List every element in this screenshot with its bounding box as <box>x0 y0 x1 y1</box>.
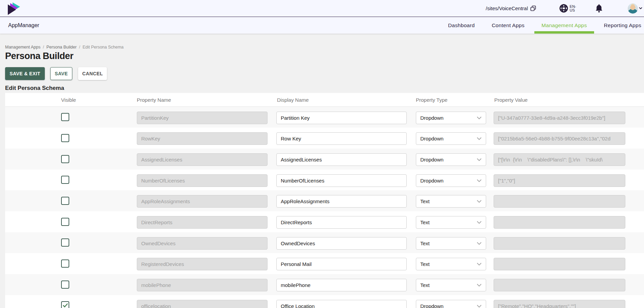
globe-icon <box>559 4 568 13</box>
property-type-value: Text <box>420 240 430 246</box>
user-menu[interactable] <box>628 3 642 14</box>
property-name-input <box>137 174 268 187</box>
property-value-input <box>494 258 625 270</box>
language-selector[interactable]: EN- US <box>559 4 576 13</box>
visible-checkbox[interactable] <box>61 281 69 289</box>
display-name-input[interactable] <box>276 195 407 208</box>
property-type-value: Text <box>420 198 430 204</box>
column-header-visible: Visible <box>61 93 76 107</box>
cancel-button[interactable]: CANCEL <box>78 67 107 80</box>
property-type-select[interactable]: Text <box>416 237 486 250</box>
table-row: Text <box>5 274 644 295</box>
table-row: Dropdown <box>5 128 644 149</box>
nav-item-label: Content Apps <box>492 22 525 28</box>
column-header-property-name: Property Name <box>137 93 171 107</box>
property-type-select[interactable]: Dropdown <box>416 132 486 145</box>
save-and-exit-button[interactable]: SAVE & EXIT <box>5 67 45 80</box>
property-type-select[interactable]: Text <box>416 279 486 291</box>
property-type-select[interactable]: Text <box>416 258 486 270</box>
nav-item-label: Reporting Apps <box>604 22 641 28</box>
table-row: Text <box>5 232 644 253</box>
table-row: Dropdown <box>5 170 644 191</box>
property-name-input <box>137 258 268 270</box>
visible-checkbox[interactable] <box>61 238 69 247</box>
toolbar: SAVE & EXIT SAVE CANCEL <box>5 67 107 80</box>
user-menu-chevron-icon <box>639 7 642 9</box>
notifications-bell-icon[interactable] <box>595 4 603 13</box>
property-type-select[interactable]: Dropdown <box>416 112 486 124</box>
visible-checkbox[interactable] <box>61 113 69 121</box>
column-header-display-name: Display Name <box>277 93 309 107</box>
table-row: Text <box>5 211 644 232</box>
display-name-input[interactable] <box>276 237 407 250</box>
property-name-input <box>137 112 268 124</box>
window-copy-icon[interactable] <box>530 5 536 11</box>
display-name-input[interactable] <box>276 112 407 124</box>
active-tab-underline <box>534 31 594 34</box>
table-row: Dropdown <box>5 107 644 128</box>
property-value-input <box>494 112 625 124</box>
property-name-input <box>137 216 268 229</box>
table-row: Text <box>5 253 644 274</box>
visible-checkbox[interactable] <box>61 259 69 268</box>
nav-item-label: Dashboard <box>448 22 475 28</box>
property-name-input <box>137 153 268 166</box>
visible-checkbox[interactable] <box>61 218 69 226</box>
property-value-input <box>494 153 625 166</box>
property-value-input <box>494 237 625 250</box>
visible-checkbox[interactable] <box>61 155 69 163</box>
visible-checkbox[interactable] <box>61 197 69 205</box>
property-value-input <box>494 279 625 291</box>
property-value-input <box>494 174 625 187</box>
property-type-value: Dropdown <box>420 303 443 308</box>
breadcrumb-separator: / <box>79 45 80 50</box>
column-header-property-type: Property Type <box>416 93 447 107</box>
save-button[interactable]: SAVE <box>50 67 72 80</box>
nav-item-dashboard[interactable]: Dashboard <box>441 17 482 34</box>
display-name-input[interactable] <box>276 279 407 291</box>
property-type-select[interactable]: Text <box>416 195 486 208</box>
breadcrumb-management-apps[interactable]: Management Apps <box>5 45 40 50</box>
brand-logo-icon[interactable] <box>7 2 21 15</box>
nav-item-label: Management Apps <box>541 22 587 28</box>
property-name-input <box>137 279 268 291</box>
column-header-property-value: Property Value <box>494 93 528 107</box>
app-title[interactable]: AppManager <box>8 22 39 28</box>
property-value-input <box>494 300 625 308</box>
property-type-value: Dropdown <box>420 157 443 162</box>
property-name-input <box>137 300 268 308</box>
display-name-input[interactable] <box>276 153 407 166</box>
property-type-select[interactable]: Dropdown <box>416 153 486 166</box>
site-path-label: /sites/VoiceCentral <box>486 5 528 11</box>
property-type-select[interactable]: Dropdown <box>416 174 486 187</box>
property-value-input <box>494 132 625 145</box>
display-name-input[interactable] <box>276 132 407 145</box>
property-type-select[interactable]: Text <box>416 216 486 229</box>
nav-item-reporting-apps[interactable]: Reporting Apps <box>597 17 644 34</box>
display-name-input[interactable] <box>276 258 407 270</box>
site-path[interactable]: /sites/VoiceCentral <box>486 5 536 11</box>
property-type-value: Text <box>420 219 430 225</box>
table-header: Visible Property Name Display Name Prope… <box>5 93 644 107</box>
user-avatar[interactable] <box>628 3 638 14</box>
page: /sites/VoiceCentral EN- US <box>0 0 644 308</box>
visible-checkbox[interactable] <box>61 176 69 184</box>
top-bar: /sites/VoiceCentral EN- US <box>0 0 644 17</box>
breadcrumb: Management Apps/Persona Builder/Edit Per… <box>5 45 124 50</box>
visible-checkbox[interactable] <box>61 134 69 142</box>
nav-bar: AppManager DashboardContent AppsManageme… <box>0 17 644 34</box>
language-line2: US <box>570 8 576 12</box>
table-row: Dropdown <box>5 295 644 308</box>
breadcrumb-persona-builder[interactable]: Persona Builder <box>47 45 77 50</box>
page-title: Persona Builder <box>5 51 73 61</box>
nav-item-management-apps[interactable]: Management Apps <box>534 17 594 34</box>
display-name-input[interactable] <box>276 174 407 187</box>
display-name-input[interactable] <box>276 216 407 229</box>
breadcrumb-separator: / <box>43 45 44 50</box>
nav-item-content-apps[interactable]: Content Apps <box>484 17 532 34</box>
property-type-select[interactable]: Dropdown <box>416 300 486 308</box>
schema-table: Visible Property Name Display Name Prope… <box>5 93 644 308</box>
display-name-input[interactable] <box>276 300 407 308</box>
property-type-value: Text <box>420 282 430 288</box>
visible-checkbox[interactable] <box>61 301 69 308</box>
